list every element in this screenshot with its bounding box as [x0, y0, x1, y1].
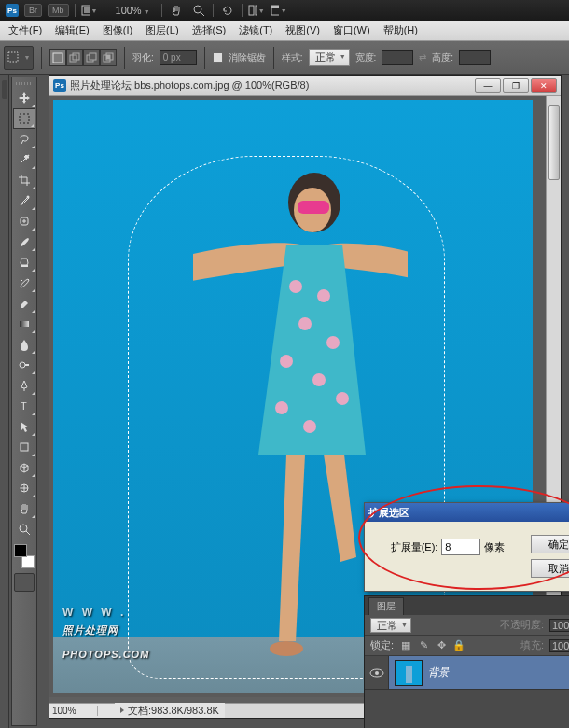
tool-preset-picker[interactable]: ▼: [4, 46, 34, 70]
menu-bar: 文件(F) 编辑(E) 图像(I) 图层(L) 选择(S) 滤镜(T) 视图(V…: [0, 21, 569, 41]
minibridge-button[interactable]: Mb: [48, 4, 69, 17]
separator: [273, 47, 274, 69]
document-titlebar[interactable]: Ps 照片处理论坛 bbs.photops.com.jpg @ 100%(RGB…: [49, 76, 561, 96]
blend-mode-select[interactable]: 正常▼: [370, 618, 411, 633]
shape-tool[interactable]: [13, 437, 35, 457]
eyedropper-tool[interactable]: [13, 190, 35, 211]
menu-image[interactable]: 图像(I): [96, 21, 139, 40]
healing-brush-tool[interactable]: [13, 211, 35, 231]
add-selection-button[interactable]: [66, 49, 83, 66]
svg-rect-4: [249, 6, 254, 15]
minimize-button[interactable]: —: [475, 78, 501, 93]
height-input[interactable]: [459, 50, 491, 65]
history-brush-tool[interactable]: [13, 273, 35, 293]
layers-panel: 图层 ▾≡ 正常▼ 不透明度: 100%▸ 锁定: ▦ ✎ ✥ 🔒 填充: 10…: [364, 595, 569, 728]
view-extras-icon[interactable]: ▼: [81, 3, 98, 18]
width-label: 宽度:: [355, 51, 377, 64]
svg-point-18: [27, 196, 30, 199]
3d-tool[interactable]: [13, 457, 35, 478]
palette-drag-handle[interactable]: [12, 79, 36, 88]
screen-mode-icon[interactable]: ▼: [271, 3, 287, 18]
layer-thumbnail[interactable]: [395, 660, 423, 686]
scrollbar-thumb[interactable]: [548, 105, 560, 180]
svg-line-3: [201, 12, 204, 16]
3d-camera-tool[interactable]: [13, 478, 35, 498]
menu-view[interactable]: 视图(V): [279, 21, 326, 40]
status-zoom[interactable]: 100%: [49, 706, 98, 716]
rotate-view-icon[interactable]: [219, 3, 236, 18]
opacity-input[interactable]: 100%▸: [549, 619, 569, 632]
quick-mask-toggle[interactable]: [14, 573, 35, 592]
menu-help[interactable]: 帮助(H): [377, 21, 424, 40]
background-color-swatch[interactable]: [21, 555, 35, 568]
new-selection-button[interactable]: [49, 49, 66, 66]
ok-button[interactable]: 确定: [531, 535, 569, 553]
intersect-selection-button[interactable]: [100, 49, 117, 66]
lock-pixels-icon[interactable]: ✎: [417, 639, 430, 652]
zoom-level-dropdown[interactable]: 100%▼: [110, 5, 156, 16]
docsize-label: 文档:: [128, 704, 151, 718]
lock-position-icon[interactable]: ✥: [435, 639, 448, 652]
path-selection-tool[interactable]: [13, 416, 35, 437]
separator: [104, 4, 104, 17]
style-select[interactable]: 正常▼: [309, 49, 350, 66]
menu-filter[interactable]: 滤镜(T): [232, 21, 279, 40]
type-tool[interactable]: T: [13, 396, 35, 416]
menu-select[interactable]: 选择(S): [186, 21, 233, 40]
magic-wand-tool[interactable]: [13, 149, 35, 170]
cancel-button[interactable]: 取消: [531, 559, 569, 578]
gradient-tool[interactable]: [13, 314, 35, 334]
feather-input[interactable]: [160, 50, 197, 65]
foreground-color-swatch[interactable]: [14, 544, 27, 557]
visibility-toggle[interactable]: [365, 656, 389, 689]
layer-name[interactable]: 背景: [428, 665, 569, 679]
menu-file[interactable]: 文件(F): [2, 21, 49, 40]
separator: [41, 47, 42, 69]
menu-edit[interactable]: 编辑(E): [49, 21, 96, 40]
maximize-button[interactable]: ❐: [503, 78, 529, 93]
dialog-titlebar[interactable]: 扩展选区 ✕: [365, 503, 569, 522]
fill-label: 填充:: [520, 638, 544, 652]
width-input[interactable]: [382, 50, 413, 65]
dock-handle[interactable]: [2, 80, 7, 99]
pen-tool[interactable]: [13, 375, 35, 396]
svg-rect-21: [20, 321, 29, 327]
status-bar: 100%: [49, 703, 115, 718]
lock-transparency-icon[interactable]: ▦: [399, 639, 412, 652]
clone-stamp-tool[interactable]: [13, 252, 35, 273]
swap-icon[interactable]: ⇄: [419, 52, 426, 63]
hand-tool-icon[interactable]: [168, 3, 185, 18]
svg-rect-8: [8, 52, 18, 62]
color-swatches[interactable]: [13, 543, 35, 569]
crop-tool[interactable]: [13, 170, 35, 190]
separator: [75, 4, 76, 17]
close-button[interactable]: ✕: [531, 78, 557, 93]
layer-row[interactable]: 背景 🔒: [365, 656, 569, 690]
dialog-title-text: 扩展选区: [368, 506, 409, 520]
lock-all-icon[interactable]: 🔒: [452, 639, 465, 652]
menu-layer[interactable]: 图层(L): [139, 21, 185, 40]
hand-tool[interactable]: [13, 498, 35, 519]
fill-input[interactable]: 100%▸: [549, 639, 569, 652]
move-tool[interactable]: [13, 88, 35, 108]
arrange-documents-icon[interactable]: ▼: [248, 3, 265, 18]
svg-rect-1: [84, 7, 90, 13]
zoom-tool-icon[interactable]: [190, 3, 207, 18]
eraser-tool[interactable]: [13, 293, 35, 314]
blur-tool[interactable]: [13, 334, 35, 355]
bridge-button[interactable]: Br: [24, 4, 42, 17]
lock-label: 锁定:: [370, 638, 394, 652]
menu-window[interactable]: 窗口(W): [326, 21, 377, 40]
status-doc-info[interactable]: 文档: 983.8K/983.8K: [115, 703, 225, 718]
dodge-tool[interactable]: [13, 355, 35, 375]
antialias-checkbox[interactable]: [213, 52, 223, 63]
expand-by-input[interactable]: [441, 539, 480, 555]
lasso-tool[interactable]: [13, 129, 35, 149]
separator: [124, 47, 125, 69]
brush-tool[interactable]: [13, 231, 35, 252]
zoom-tool[interactable]: [13, 519, 35, 539]
layer-list: 背景 🔒: [365, 656, 569, 728]
subtract-selection-button[interactable]: [83, 49, 100, 66]
layers-tab[interactable]: 图层: [368, 597, 404, 615]
marquee-tool[interactable]: [13, 108, 35, 129]
